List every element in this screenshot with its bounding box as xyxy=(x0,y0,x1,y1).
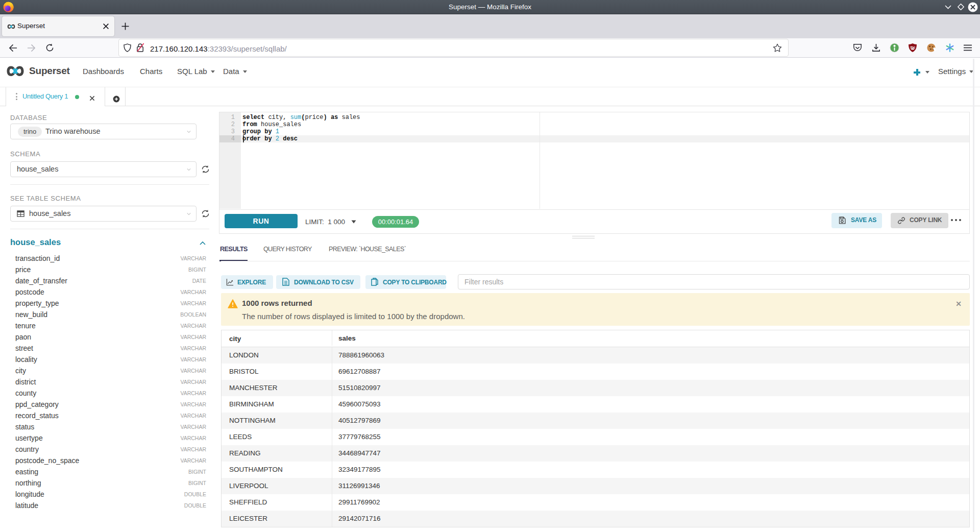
svg-text:uO: uO xyxy=(911,46,915,49)
